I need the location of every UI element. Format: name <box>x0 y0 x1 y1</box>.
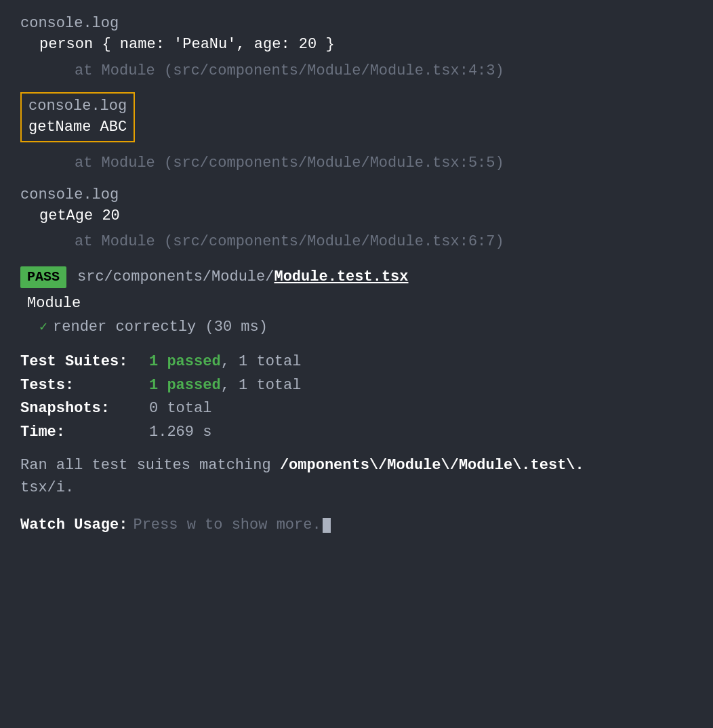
console-location-2: at Module (src/components/Module/Module.… <box>20 153 693 174</box>
console-label-3: console.log <box>20 185 693 206</box>
ran-all-path: /omponents\/Module\/Module\.test\. <box>280 457 584 474</box>
cursor-blink <box>323 518 331 533</box>
ran-all-line: Ran all test suites matching /omponents\… <box>20 454 693 499</box>
stats-tests-passed: 1 passed <box>149 377 221 394</box>
console-label-1: console.log <box>20 14 693 35</box>
console-highlighted-box: console.log getName ABC <box>20 92 135 142</box>
stats-tests-rest: , 1 total <box>221 377 302 394</box>
test-result-text: render correctly (30 ms) <box>53 317 268 338</box>
stats-suites-label: Test Suites: <box>20 352 149 373</box>
watch-usage-line: Watch Usage: Press w to show more. <box>20 515 693 536</box>
pass-badge: PASS <box>20 266 66 288</box>
stats-time-label: Time: <box>20 422 149 443</box>
console-block-1: console.log person { name: 'PeaNu', age:… <box>20 14 693 56</box>
stats-row-tests: Tests: 1 passed, 1 total <box>20 376 693 397</box>
stats-suites-passed: 1 passed <box>149 353 221 370</box>
console-block-2: console.log getName ABC <box>20 92 693 148</box>
stats-suites-value: 1 passed, 1 total <box>149 352 301 373</box>
watch-usage-value: Press w to show more. <box>133 515 321 536</box>
stats-row-time: Time: 1.269 s <box>20 422 693 443</box>
console-block-3: console.log getAge 20 <box>20 185 693 227</box>
test-result: ✓ render correctly (30 ms) <box>20 317 693 338</box>
checkmark-icon: ✓ <box>39 318 47 337</box>
stats-row-suites: Test Suites: 1 passed, 1 total <box>20 352 693 373</box>
stats-time-value: 1.269 s <box>149 422 211 443</box>
stats-snapshots-value: 0 total <box>149 399 211 420</box>
stats-tests-label: Tests: <box>20 376 149 397</box>
console-value-2: getName ABC <box>28 117 127 138</box>
console-label-2: console.log <box>28 96 127 117</box>
stats-tests-value: 1 passed, 1 total <box>149 376 301 397</box>
pass-line: PASS src/components/Module/Module.test.t… <box>20 266 693 288</box>
pass-path-prefix: src/components/Module/ <box>77 268 274 285</box>
pass-path-bold: Module.test.tsx <box>274 268 408 285</box>
test-suite-name: Module <box>20 294 693 315</box>
console-location-3: at Module (src/components/Module/Module.… <box>20 232 693 253</box>
console-value-1: person { name: 'PeaNu', age: 20 } <box>20 35 693 56</box>
stats-suites-rest: , 1 total <box>221 353 302 370</box>
stats-section: Test Suites: 1 passed, 1 total Tests: 1 … <box>20 352 693 443</box>
ran-all-prefix: Ran all test suites matching <box>20 457 280 474</box>
ran-all-suffix: tsx/i. <box>20 479 74 496</box>
stats-row-snapshots: Snapshots: 0 total <box>20 399 693 420</box>
pass-path: src/components/Module/Module.test.tsx <box>77 267 409 288</box>
console-value-3: getAge 20 <box>20 206 693 227</box>
watch-usage-label: Watch Usage: <box>20 515 127 536</box>
console-location-1: at Module (src/components/Module/Module.… <box>20 61 693 82</box>
stats-snapshots-label: Snapshots: <box>20 399 149 420</box>
